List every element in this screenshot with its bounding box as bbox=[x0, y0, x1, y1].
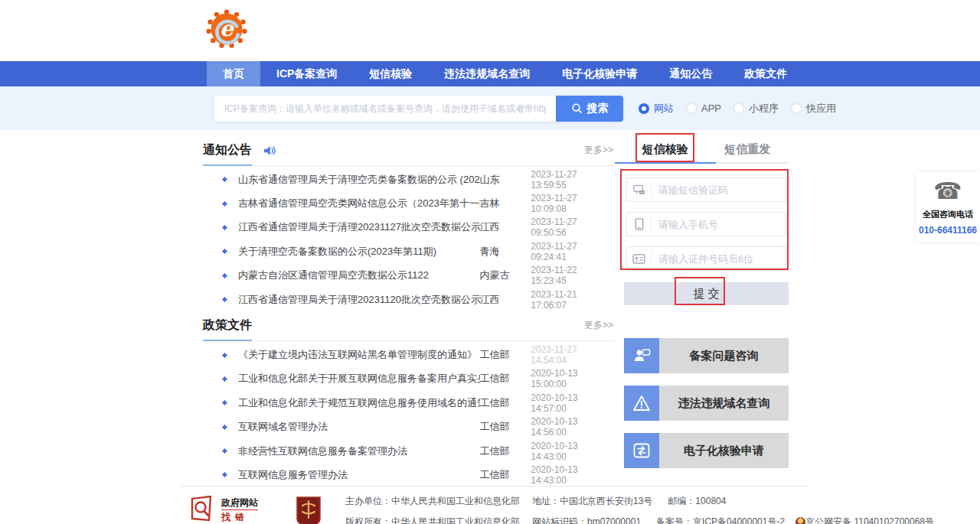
gov-site-find-error-logo[interactable]: 政府网站 找错 bbox=[191, 495, 258, 524]
policy-time: 2020-10-13 15:00:00 bbox=[531, 368, 613, 389]
quick-link-consult[interactable]: 备案问题咨询 bbox=[624, 338, 789, 373]
gov-emblem-icon bbox=[295, 495, 322, 524]
notice-title: 山东省通信管理局关于清理空壳类备案数据的公示 (202340批次) bbox=[238, 173, 480, 187]
nav-item-home[interactable]: 首页 bbox=[207, 61, 260, 86]
find-error-magnifier-icon bbox=[191, 496, 217, 523]
bullet-icon bbox=[222, 225, 227, 230]
system-title: ICP/IP地址/域名信息备案管理系统 bbox=[259, 24, 575, 50]
policy-row[interactable]: 《关于建立境内违法互联网站黑名单管理制度的通知》 （工信部联 工信部 2023-… bbox=[203, 343, 613, 366]
footer-copyright: 版权所有：中华人民共和国工业和信息化部 bbox=[345, 516, 520, 524]
notice-title: 江西省通信管理局关于清理20231120批次空壳数据公示 bbox=[238, 293, 480, 307]
policies-section: 政策文件 更多>> 《关于建立境内违法互联网站黑名单管理制度的通知》 （工信部联… bbox=[203, 317, 613, 487]
nav-item-illegal-domain[interactable]: 违法违规域名查询 bbox=[428, 61, 546, 86]
hotline-number[interactable]: 010-66411166 bbox=[917, 225, 978, 236]
policy-title: 《关于建立境内违法互联网站黑名单管理制度的通知》 （工信部联 bbox=[238, 348, 480, 362]
transfer-arrows-icon bbox=[624, 433, 659, 468]
search-button[interactable]: 搜索 bbox=[556, 96, 623, 122]
svg-text:e: e bbox=[220, 16, 235, 41]
footer-address: 地址：中国北京西长安街13号 bbox=[532, 495, 652, 508]
bullet-icon bbox=[222, 273, 227, 278]
quick-links: 备案问题咨询 违法违规域名查询 电子化核验申请 bbox=[624, 338, 789, 480]
footer-icp-number[interactable]: 备案号：京ICP备04000001号-2 bbox=[656, 516, 785, 524]
notice-row[interactable]: 江西省通信管理局关于清理20231127批次空壳数据公示 江西 2023-11-… bbox=[203, 216, 613, 239]
notice-region: 江西 bbox=[480, 220, 531, 234]
footer-postcode: 邮编：100804 bbox=[668, 495, 726, 508]
sms-code-field-wrap bbox=[626, 177, 786, 202]
policy-source: 工信部 bbox=[480, 420, 531, 434]
notice-row[interactable]: 江西省通信管理局关于清理20231120批次空壳数据公示 江西 2023-11-… bbox=[203, 288, 613, 311]
notice-row[interactable]: 吉林省通信管理局空壳类网站信息公示（2023年第十一批） 吉林 2023-11-… bbox=[203, 191, 613, 215]
platform-title: 工业和信息化部政务服务平台 bbox=[259, 8, 575, 21]
radio-label: 快应用 bbox=[806, 102, 836, 116]
radio-website[interactable]: 网站 bbox=[639, 102, 674, 116]
tab-sms-resend[interactable]: 短信重发 bbox=[707, 142, 789, 162]
policy-row[interactable]: 互联网域名管理办法 工信部 2020-10-13 14:56:00 bbox=[203, 415, 613, 439]
bullet-icon bbox=[222, 425, 227, 430]
footer-police-number[interactable]: 京公网安备 11040102700068号 bbox=[805, 516, 934, 524]
id-last6-input[interactable] bbox=[652, 253, 786, 265]
bullet-icon bbox=[222, 249, 227, 254]
policy-source: 工信部 bbox=[480, 372, 531, 386]
notice-time: 2023-11-22 15:23:45 bbox=[531, 265, 613, 286]
radio-miniprogram[interactable]: 小程序 bbox=[733, 102, 779, 116]
quick-link-e-verify[interactable]: 电子化核验申请 bbox=[624, 433, 789, 468]
quick-link-illegal-domain[interactable]: 违法违规域名查询 bbox=[624, 386, 789, 421]
notice-row[interactable]: 山东省通信管理局关于清理空壳类备案数据的公示 (202340批次) 山东 202… bbox=[203, 168, 613, 191]
notice-region: 内蒙古 bbox=[480, 269, 531, 282]
notice-time: 2023-11-27 09:50:56 bbox=[531, 216, 613, 238]
notice-row[interactable]: 内蒙古自治区通信管理局空壳数据公示1122 内蒙古 2023-11-22 15:… bbox=[203, 264, 613, 288]
policy-time: 2020-10-13 14:56:00 bbox=[531, 416, 613, 438]
policy-row[interactable]: 非经营性互联网信息服务备案管理办法 工信部 2020-10-13 14:43:0… bbox=[203, 439, 613, 463]
policy-title: 互联网信息服务管理办法 bbox=[238, 468, 480, 482]
bullet-icon bbox=[222, 177, 227, 182]
radio-label: 网站 bbox=[654, 102, 674, 116]
bullet-icon bbox=[222, 297, 227, 302]
notices-more-link[interactable]: 更多>> bbox=[584, 144, 613, 157]
notice-row[interactable]: 关于清理空壳备案数据的公示(2023年第11期) 青海 2023-11-27 0… bbox=[203, 239, 613, 263]
policy-title: 互联网域名管理办法 bbox=[238, 420, 480, 434]
sms-code-input[interactable] bbox=[652, 184, 786, 196]
tab-sms-verify[interactable]: 短信核验 bbox=[624, 142, 707, 162]
phone-number-input[interactable] bbox=[652, 219, 786, 230]
sms-code-icon bbox=[627, 183, 652, 197]
notice-time: 2023-11-21 17:06:07 bbox=[531, 289, 613, 311]
search-type-radios: 网站 APP 小程序 快应用 bbox=[639, 102, 848, 116]
policies-more-link[interactable]: 更多>> bbox=[584, 319, 613, 332]
policy-row[interactable]: 工业和信息化部关于规范互联网信息服务使用域名的通知 工信部 2020-10-13… bbox=[203, 391, 613, 415]
radio-quickapp[interactable]: 快应用 bbox=[791, 102, 836, 116]
radio-app[interactable]: APP bbox=[686, 103, 721, 114]
nav-item-notices[interactable]: 通知公告 bbox=[653, 61, 728, 86]
submit-button[interactable]: 提 交 bbox=[624, 282, 789, 305]
telephone-icon: ☎ bbox=[917, 180, 978, 203]
bullet-icon bbox=[222, 201, 227, 207]
notice-title: 内蒙古自治区通信管理局空壳数据公示1122 bbox=[238, 269, 480, 282]
footer-site-code: 网站标识码：bm07000001 bbox=[532, 516, 641, 524]
radio-dot bbox=[686, 103, 697, 114]
speaker-icon bbox=[263, 145, 276, 156]
policy-row[interactable]: 工业和信息化部关于开展互联网信息服务备案用户真实身份信息电 工信部 2020-1… bbox=[203, 367, 613, 391]
nav-item-sms-verify[interactable]: 短信核验 bbox=[353, 61, 428, 86]
sms-panel: 短信核验 短信重发 bbox=[624, 142, 789, 305]
miit-gear-logo: e bbox=[205, 8, 248, 50]
id-field-wrap bbox=[626, 246, 786, 271]
quick-link-label: 备案问题咨询 bbox=[659, 338, 789, 373]
left-column: 通知公告 更多>> 山东省通信管理局关于清理空壳类备案数据的公示 (202340… bbox=[203, 142, 613, 487]
policy-row[interactable]: 互联网信息服务管理办法 工信部 2020-10-13 14:43:00 bbox=[203, 463, 613, 487]
icp-search-input[interactable] bbox=[214, 96, 556, 122]
quick-link-label: 电子化核验申请 bbox=[659, 433, 789, 468]
policy-title: 非经营性互联网信息服务备案管理办法 bbox=[238, 444, 480, 458]
policy-title: 工业和信息化部关于规范互联网信息服务使用域名的通知 bbox=[238, 396, 480, 410]
footer-organizer: 主办单位：中华人民共和国工业和信息化部 bbox=[345, 495, 520, 508]
notice-region: 江西 bbox=[480, 293, 531, 307]
bullet-icon bbox=[222, 448, 227, 454]
policy-title: 工业和信息化部关于开展互联网信息服务备案用户真实身份信息电 bbox=[238, 372, 480, 386]
nav-item-policies[interactable]: 政策文件 bbox=[728, 61, 803, 86]
policy-source: 工信部 bbox=[480, 468, 531, 482]
nav-item-e-verify[interactable]: 电子化核验申请 bbox=[546, 61, 653, 86]
consult-person-icon bbox=[624, 338, 659, 373]
page-footer: 政府网站 找错 主办单位：中华人民共和国工业和信息化部 地址：中国北京西长安街1… bbox=[0, 486, 980, 524]
footer-text: 主办单位：中华人民共和国工业和信息化部 地址：中国北京西长安街13号 邮编：10… bbox=[345, 495, 934, 524]
nav-item-icp-query[interactable]: ICP备案查询 bbox=[260, 61, 353, 86]
bullet-icon bbox=[222, 400, 227, 405]
phone-field-wrap bbox=[626, 212, 786, 236]
